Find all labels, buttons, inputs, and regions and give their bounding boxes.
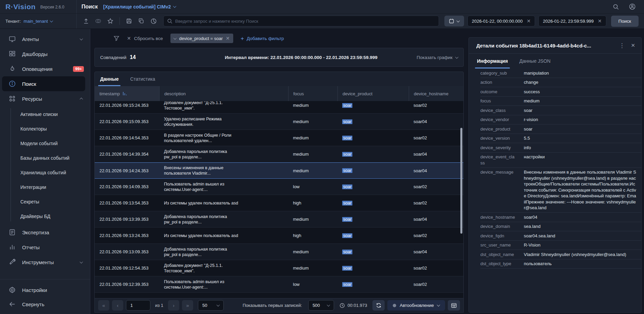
sidebar-item-flame[interactable]: Оповещения99+ — [0, 61, 90, 76]
results-table-panel: Данные Статистика timestamp description … — [94, 72, 464, 313]
copy-icon[interactable] — [137, 17, 146, 25]
sidebar-item-info[interactable]: Поиск — [2, 76, 85, 91]
clear-date-to-icon[interactable]: ✕ — [598, 19, 602, 23]
bar-chart-icon — [8, 243, 16, 251]
sidebar-item-arrow-left[interactable]: Свернуть — [0, 297, 90, 311]
column-header-focus[interactable]: focus — [288, 86, 337, 101]
sidebar-subitem[interactable]: Модели событий — [0, 136, 90, 151]
sidebar-item-apps[interactable]: Ресурсы — [0, 91, 90, 106]
save-icon[interactable] — [125, 17, 133, 25]
field-value: change — [524, 79, 637, 85]
elapsed-time: 00:01.973 — [348, 303, 367, 308]
pie-chart-icon[interactable] — [149, 17, 158, 25]
filter-funnel-icon — [113, 35, 119, 41]
kebab-menu-icon[interactable]: ⋮ — [614, 42, 629, 49]
show-chart-toggle[interactable]: Показать график — [390, 55, 458, 60]
table-row[interactable]: 22.01.2026 09:12:54.353Добавлен документ… — [95, 260, 463, 276]
sidebar-subitem[interactable]: Активные списки — [0, 107, 90, 121]
column-header-device-hostname[interactable]: device_hostname — [409, 86, 463, 101]
run-search-button[interactable]: Поиск — [611, 16, 639, 27]
combine-queries-icon[interactable] — [94, 17, 103, 25]
close-icon[interactable]: ✕ — [629, 42, 637, 48]
export-icon[interactable] — [81, 17, 90, 25]
first-page-button[interactable]: « — [98, 300, 109, 311]
refresh-button[interactable] — [372, 300, 385, 311]
last-page-button[interactable]: » — [182, 300, 193, 311]
sidebar-subitem[interactable]: Базы данных событий — [0, 151, 90, 165]
query-input[interactable] — [175, 19, 435, 24]
field-value: soar04.sea.land — [524, 233, 637, 239]
sidebar-item-document[interactable]: Экспертиза — [0, 225, 90, 240]
cell-device-product: soar — [337, 130, 409, 146]
table-row[interactable]: 22.01.2026 09:14:09.353Пользователь admi… — [95, 179, 463, 195]
table-header: timestamp description focus device_produ… — [95, 86, 463, 101]
table-row[interactable]: 22.01.2026 09:13:39.353Добавлена парольн… — [95, 211, 463, 228]
date-to-chip[interactable]: 2026-01-22, 23:59:59.999 ✕ — [538, 16, 606, 26]
column-header-description[interactable]: description — [159, 86, 288, 101]
cell-description: Пользователь admin вышел из системы.User… — [159, 179, 288, 195]
sidebar-item-wrench[interactable]: Инструменты — [0, 255, 90, 270]
filter-chip[interactable]: device_product = soar ✕ — [170, 34, 233, 43]
table-row[interactable]: 22.01.2026 09:13:24.353Из системы удален… — [95, 228, 463, 244]
sidebar-item-bar-chart[interactable]: Отчеты — [0, 240, 90, 255]
autorefresh-toggle[interactable]: Автообновление — [387, 300, 445, 311]
clear-all-filters-button[interactable]: ✕ Сбросить все — [127, 36, 163, 41]
add-filter-button[interactable]: + Добавить фильтр — [241, 36, 284, 41]
table-row[interactable]: 22.01.2026 09:12:39.353Пользователь admi… — [95, 276, 463, 293]
tab-statistics[interactable]: Статистика — [129, 72, 156, 86]
field-value: sea.land — [524, 223, 637, 230]
table-row[interactable]: 22.01.2026 09:14:54.353В разделе настрое… — [95, 130, 463, 146]
page-input[interactable] — [126, 300, 150, 311]
remove-filter-icon[interactable]: ✕ — [226, 36, 230, 41]
favorite-star-icon[interactable] — [106, 17, 115, 25]
sidebar-item-dashboard[interactable]: Дашборды — [0, 46, 90, 61]
page-size-select[interactable]: 50 — [198, 300, 224, 311]
next-page-button[interactable]: › — [168, 300, 179, 311]
sidebar-subitem[interactable]: Интеграции — [0, 180, 90, 194]
sidebar-subitem[interactable]: Коллекторы — [0, 121, 90, 136]
field-value: R-Vision — [524, 242, 637, 248]
prev-page-button[interactable]: ‹ — [112, 300, 123, 311]
details-field: device_classsoar — [480, 106, 641, 115]
table-row[interactable]: 22.01.2026 09:15:24.353Добавлен документ… — [95, 101, 463, 114]
table-row[interactable]: 22.01.2026 09:15:09.353Удалено расписани… — [95, 114, 463, 130]
chevron-up-icon — [80, 97, 83, 101]
search-icon[interactable] — [611, 2, 620, 11]
logo-area: R·Vision Версия 2.6.0 — [0, 0, 77, 13]
date-from-chip[interactable]: 2026-01-22, 00:00:00.000 ✕ — [467, 16, 535, 26]
tab-information[interactable]: Информация — [476, 54, 509, 68]
cell-device-product: soar — [337, 146, 409, 162]
sidebar-subitem[interactable]: Секреты — [0, 194, 90, 209]
column-settings-button[interactable] — [448, 300, 460, 311]
table-row[interactable]: 22.01.2026 09:13:54.353Из системы удален… — [95, 195, 463, 211]
cell-device-product: soar — [337, 228, 409, 243]
column-header-device-product[interactable]: device_product — [337, 86, 409, 101]
tab-data[interactable]: Данные — [99, 72, 119, 86]
table-row[interactable]: 22.01.2026 09:13:09.353Добавлена парольн… — [95, 244, 463, 260]
top-header: R·Vision Версия 2.6.0 Поиск [Хранилище с… — [0, 0, 644, 14]
show-first-select[interactable]: 500 — [308, 300, 334, 311]
info-icon — [8, 80, 16, 87]
tab-json[interactable]: Данные JSON — [519, 54, 551, 68]
cell-description: Добавлен документ "Д-25.1.1. Тестовое_им… — [159, 260, 288, 276]
table-row[interactable]: 22.01.2026 09:14:39.354Добавлена парольн… — [95, 146, 463, 162]
matches-count: 14 — [130, 54, 136, 60]
sidebar-subitem[interactable]: Драйверы БД — [0, 209, 90, 223]
user-icon[interactable] — [628, 2, 637, 11]
details-title: Детали события 18b4ad11-6149-4add-b4cd-c… — [476, 43, 614, 48]
sidebar-item-monitor[interactable]: Агенты — [0, 32, 90, 46]
clear-date-from-icon[interactable]: ✕ — [527, 19, 531, 23]
vertical-scrollbar[interactable] — [460, 128, 462, 234]
tenant-selector[interactable]: main_tenant — [24, 19, 53, 24]
page-title: Поиск — [81, 4, 98, 10]
cell-timestamp: 22.01.2026 09:13:24.353 — [95, 228, 159, 243]
autorefresh-label: Автообновление — [400, 303, 434, 308]
storage-selector[interactable]: [Хранилище событий] CIMv2 — [103, 4, 176, 9]
column-header-timestamp[interactable]: timestamp — [95, 86, 159, 101]
calendar-button[interactable] — [444, 16, 464, 26]
table-row[interactable]: 22.01.2026 09:14:24.353Внесены изменения… — [95, 162, 463, 179]
sidebar-item-gear[interactable]: Настройки — [0, 283, 90, 297]
field-key: device_severity — [480, 145, 515, 151]
sidebar-subitem[interactable]: Хранилища событий — [0, 165, 90, 180]
sort-icon[interactable] — [123, 91, 127, 96]
